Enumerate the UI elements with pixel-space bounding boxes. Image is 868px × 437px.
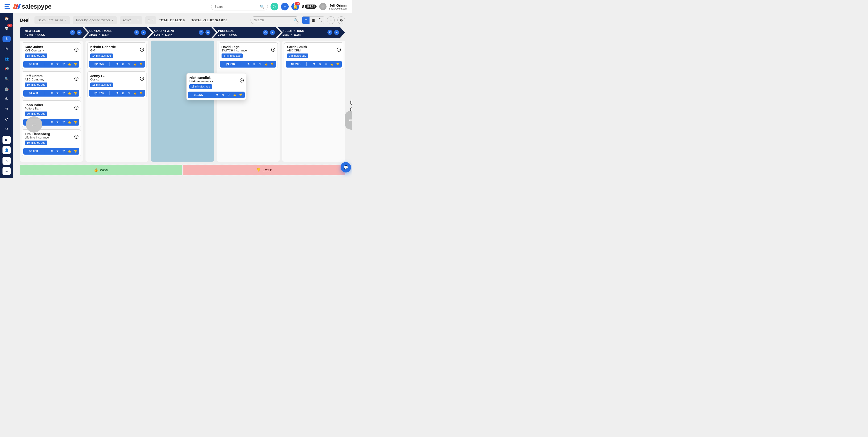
stage-call-button[interactable]: ✆	[198, 30, 204, 35]
filter-icon[interactable]: ▽	[324, 62, 328, 66]
deal-card[interactable]: Sarah Smith ABC CRM 3 minutes ago ➜ $1.2…	[284, 42, 343, 69]
sidebar-billing[interactable]: ⊛	[2, 105, 11, 112]
delete-icon[interactable]: 🗑	[56, 62, 59, 66]
settings-button[interactable]: ⚙	[337, 16, 345, 24]
view-grid[interactable]: ▦	[310, 17, 317, 24]
thumbs-down-icon[interactable]: 👎	[336, 62, 339, 66]
view-kanban[interactable]: ≡	[302, 17, 310, 24]
column-0[interactable]: Kate Johns XYZ Company 18 minutes ago ➜ …	[20, 40, 83, 162]
flask-icon[interactable]: ⚗	[215, 93, 219, 97]
filter-icon[interactable]: ▽	[227, 93, 230, 97]
chat-fab[interactable]: 💬	[341, 162, 351, 173]
stage-call-button[interactable]: ✆	[263, 30, 268, 35]
thumbs-up-icon[interactable]: 👍	[133, 91, 137, 95]
deal-card[interactable]: Jeff Grimm ABC Company 19 minutes ago ➜ …	[22, 71, 81, 98]
filter-icon[interactable]: ▽	[62, 149, 65, 153]
filter-icon[interactable]: ▽	[127, 91, 131, 95]
scroll-right-button[interactable]: ⇨	[345, 111, 352, 130]
stage-add-button[interactable]: ＋	[76, 30, 82, 35]
stage-1[interactable]: CONTACT MADE 2 Deals$3.63K ✆＋	[84, 27, 152, 38]
stage-call-button[interactable]: ✆	[70, 30, 75, 35]
thumbs-up-icon[interactable]: 👍	[68, 149, 71, 153]
global-search-input[interactable]	[215, 5, 260, 8]
thumbs-down-icon[interactable]: 👎	[270, 62, 274, 66]
sidebar-settings[interactable]: ⚙	[2, 126, 11, 132]
sidebar-phone[interactable]: ✆	[2, 96, 11, 102]
delete-icon[interactable]: 🗑	[253, 62, 256, 66]
delete-icon[interactable]: 🗑	[221, 93, 225, 97]
thumbs-up-icon[interactable]: 👍	[68, 91, 71, 95]
open-deal-icon[interactable]: ➜	[240, 79, 244, 83]
user-info[interactable]: Jeff Grimm info@gets3.com	[329, 3, 347, 10]
stage-add-button[interactable]: ＋	[334, 30, 339, 35]
flask-icon[interactable]: ⚗	[50, 149, 54, 153]
open-deal-icon[interactable]: ➜	[271, 48, 275, 52]
thumbs-up-icon[interactable]: 👍	[265, 62, 268, 66]
filter-icon[interactable]: ▽	[62, 120, 65, 124]
deal-card[interactable]: Tim Eichenberg Lifetime Insurance 19 min…	[22, 129, 81, 156]
sidebar-back[interactable]: ←	[2, 167, 11, 175]
column-1[interactable]: Kristin Deborde GM 14 minutes ago ➜ $2.3…	[86, 40, 148, 162]
menu-icon[interactable]	[4, 4, 11, 9]
column-2[interactable]	[151, 40, 214, 162]
flask-icon[interactable]: ⚗	[116, 91, 119, 95]
sidebar-calendar[interactable]: 🗓	[2, 45, 11, 52]
stage-add-button[interactable]: ＋	[141, 30, 146, 35]
pipeline-select[interactable]: Sales Jeff Grimm ▼	[34, 16, 70, 24]
stage-0[interactable]: NEW LEAD 4 Deals$7.90K ✆＋	[20, 27, 88, 38]
sidebar-campaigns[interactable]: 📢	[2, 65, 11, 72]
filter-icon[interactable]: ▽	[127, 62, 131, 66]
column-4[interactable]: Sarah Smith ABC CRM 3 minutes ago ➜ $1.2…	[282, 40, 345, 162]
float-add[interactable]: ＋	[350, 99, 352, 105]
delete-icon[interactable]: 🗑	[56, 91, 59, 95]
status-select[interactable]: Active ▼	[120, 16, 143, 24]
thumbs-up-icon[interactable]: 👍	[68, 62, 71, 66]
sidebar-chat[interactable]: 💬10+	[2, 25, 11, 32]
thumbs-down-icon[interactable]: 👎	[139, 62, 143, 66]
thumbs-up-icon[interactable]: 👍	[133, 62, 137, 66]
thumbs-down-icon[interactable]: 👎	[73, 62, 77, 66]
view-chart[interactable]: 〽	[317, 17, 324, 24]
sidebar-play[interactable]: ▶	[2, 136, 11, 144]
thumbs-down-icon[interactable]: 👎	[73, 120, 77, 124]
deal-card[interactable]: David Lage SWITCH Insurance 4 minutes ag…	[219, 42, 278, 69]
flask-icon[interactable]: ⚗	[312, 62, 316, 66]
sidebar-home2[interactable]: ⌂	[2, 157, 11, 165]
notifications-button[interactable]: 🔔 10+	[291, 3, 299, 10]
delete-icon[interactable]: 🗑	[318, 62, 322, 66]
thumbs-down-icon[interactable]: 👎	[73, 149, 77, 153]
sidebar-reports[interactable]: ◔	[2, 116, 11, 122]
thumbs-up-icon[interactable]: 👍	[330, 62, 334, 66]
deal-card-dragging[interactable]: Nick Bendick Lifetime Insurance 13 minut…	[186, 73, 246, 100]
stage-call-button[interactable]: ✆	[134, 30, 139, 35]
delete-icon[interactable]: 🗑	[121, 62, 125, 66]
date-select[interactable]: 🗓 ▼	[145, 16, 156, 24]
call-button[interactable]: ✆	[271, 3, 278, 10]
filter-icon[interactable]: ▽	[258, 62, 262, 66]
flask-icon[interactable]: ⚗	[116, 62, 119, 66]
add-button[interactable]: ＋	[281, 3, 289, 10]
stage-add-button[interactable]: ＋	[206, 30, 210, 35]
flask-icon[interactable]: ⚗	[50, 62, 54, 66]
sidebar-contacts[interactable]: 👥	[2, 56, 11, 62]
stage-4[interactable]: NEGOTIATIONS 1 Deal$1.20K ✆＋	[278, 27, 345, 38]
stage-3[interactable]: PROPOSAL 1 Deal$9.99K ✆＋	[213, 27, 281, 38]
lost-zone[interactable]: 👎 LOST	[183, 165, 345, 175]
won-zone[interactable]: 👍 WON	[20, 165, 182, 175]
thumbs-down-icon[interactable]: 👎	[139, 91, 143, 95]
thumbs-up-icon[interactable]: 👍	[233, 93, 237, 97]
local-search-input[interactable]	[254, 18, 293, 22]
sidebar-deals[interactable]: $	[2, 36, 11, 42]
sidebar-users[interactable]: 👤	[2, 146, 11, 154]
logo[interactable]: salespype	[13, 3, 52, 10]
sidebar-search[interactable]: 🔍	[2, 76, 11, 82]
global-search[interactable]: 🔍	[211, 3, 268, 10]
filter-icon[interactable]: ▽	[62, 91, 65, 95]
stage-2[interactable]: APPOINTMENT 1 Deal$1.35K ✆＋	[149, 27, 216, 38]
flask-icon[interactable]: ⚗	[247, 62, 250, 66]
stage-call-button[interactable]: ✆	[328, 30, 333, 35]
deal-card[interactable]: Kate Johns XYZ Company 18 minutes ago ➜ …	[22, 42, 81, 69]
thumbs-down-icon[interactable]: 👎	[73, 91, 77, 95]
scroll-left-button[interactable]: ⇦	[26, 116, 42, 133]
thumbs-down-icon[interactable]: 👎	[239, 93, 242, 97]
